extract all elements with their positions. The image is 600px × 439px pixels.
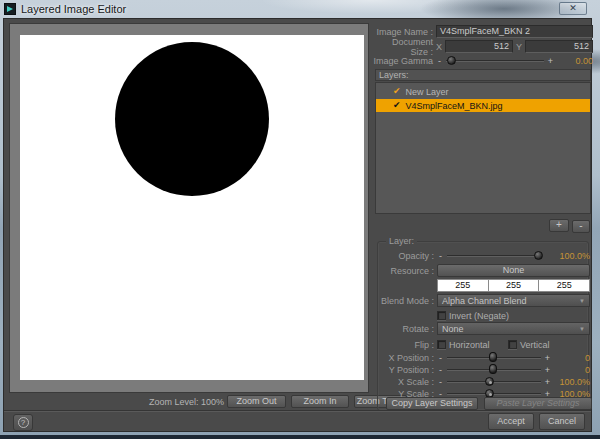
x-position-label: X Position :: [378, 353, 434, 363]
titlebar[interactable]: Layered Image Editor ✕: [0, 0, 600, 18]
resource-label: Resource :: [378, 266, 434, 276]
image-gamma-row: Image Gamma - + 0.00: [373, 54, 593, 67]
zoom-level-label: Zoom Level: 100%: [104, 397, 224, 407]
resource-row: Resource : None: [378, 264, 590, 277]
opacity-value: 100.0%: [554, 251, 590, 261]
image-gamma-label: Image Gamma: [373, 56, 433, 66]
window-bottom-edge: [0, 435, 600, 439]
help-button[interactable]: ?: [13, 414, 33, 431]
zoom-controls: Zoom Level: 100% Zoom Out Zoom In Zoom T…: [4, 395, 372, 409]
x-scale-slider[interactable]: [447, 376, 541, 387]
y-position-slider-handle[interactable]: [489, 364, 497, 374]
cancel-button[interactable]: Cancel: [539, 413, 585, 430]
y-position-value: 0: [554, 365, 590, 375]
invert-negate-checkbox[interactable]: [437, 311, 446, 320]
flip-label: Flip :: [378, 340, 434, 350]
color-blue-field[interactable]: 255: [539, 280, 589, 291]
remove-layer-button[interactable]: -: [572, 220, 590, 233]
document-size-row: Document Size : X 512 Y 512: [373, 40, 593, 53]
y-position-increment-button[interactable]: +: [544, 365, 551, 375]
dialog-content: Zoom Level: 100% Zoom Out Zoom In Zoom T…: [3, 18, 592, 432]
x-position-value: 0: [554, 353, 590, 363]
rotate-value: None: [442, 324, 464, 334]
opacity-decrement-button[interactable]: -: [437, 251, 444, 261]
blend-mode-dropdown[interactable]: Alpha Channel Blend ▼: [437, 294, 590, 307]
layer-list-item-selected[interactable]: ✔ V4SmplFaceM_BKN.jpg: [376, 99, 590, 112]
blend-mode-label: Blend Mode :: [378, 296, 434, 306]
flip-vertical-label: Vertical: [520, 340, 550, 350]
gamma-increment-button[interactable]: +: [547, 56, 554, 66]
gamma-slider-handle[interactable]: [447, 56, 456, 65]
opacity-row: Opacity : - + 100.0%: [378, 249, 590, 262]
flip-horizontal-checkbox[interactable]: [437, 340, 446, 349]
image-name-label: Image Name :: [373, 27, 433, 37]
x-scale-label: X Scale :: [378, 377, 434, 387]
add-layer-button[interactable]: +: [549, 219, 569, 232]
layer-color-row: 255 255 255: [378, 279, 590, 292]
layer-list-item[interactable]: ✔ New Layer: [376, 85, 590, 98]
layer-visibility-checkbox[interactable]: ✔: [393, 101, 401, 110]
rotate-label: Rotate :: [378, 324, 434, 334]
invert-row: Invert (Negate): [378, 309, 590, 322]
blend-mode-row: Blend Mode : Alpha Channel Blend ▼: [378, 294, 590, 307]
settings-panel: Image Name : V4SmplFaceM_BKN 2 Document …: [373, 19, 593, 433]
flip-vertical-checkbox[interactable]: [508, 340, 517, 349]
doc-x-label: X: [436, 42, 442, 52]
chevron-down-icon: ▼: [579, 326, 585, 332]
color-value-fields: 255 255 255: [437, 279, 590, 292]
image-viewport[interactable]: [9, 23, 369, 393]
question-mark-icon: ?: [18, 417, 29, 428]
layers-list[interactable]: ✔ New Layer ✔ V4SmplFaceM_BKN.jpg: [375, 82, 591, 214]
layer-name: V4SmplFaceM_BKN.jpg: [406, 101, 503, 111]
copy-layer-settings-button[interactable]: Copy Layer Settings: [386, 397, 478, 410]
chevron-down-icon: ▼: [579, 298, 585, 304]
gamma-value: 0.00: [557, 56, 593, 66]
rotate-dropdown[interactable]: None ▼: [437, 322, 590, 335]
x-position-increment-button[interactable]: +: [544, 353, 551, 363]
y-position-decrement-button[interactable]: -: [437, 365, 444, 375]
x-scale-slider-handle[interactable]: [485, 377, 494, 386]
flip-row: Flip : Horizontal Vertical: [378, 338, 590, 351]
layers-header: Layers:: [375, 69, 591, 81]
x-position-slider-handle[interactable]: [489, 352, 497, 362]
gamma-slider[interactable]: [446, 55, 544, 66]
x-position-decrement-button[interactable]: -: [437, 353, 444, 363]
layer-settings-group: Layer: Opacity : - + 100.0% Resource : N…: [377, 241, 589, 411]
color-red-field[interactable]: 255: [438, 280, 488, 291]
x-scale-increment-button[interactable]: +: [544, 377, 551, 387]
blend-mode-value: Alpha Channel Blend: [442, 296, 527, 306]
zoom-in-button[interactable]: Zoom In: [291, 395, 349, 408]
doc-y-label: Y: [516, 42, 522, 52]
x-position-slider[interactable]: [447, 352, 541, 363]
doc-height-input[interactable]: 512: [525, 40, 593, 53]
window-title: Layered Image Editor: [21, 3, 126, 15]
layer-visibility-checkbox[interactable]: ✔: [393, 87, 401, 96]
rotate-row: Rotate : None ▼: [378, 322, 590, 335]
y-position-slider[interactable]: [447, 364, 541, 375]
bottom-separator: [4, 410, 591, 412]
paste-layer-settings-button[interactable]: Paste Layer Settings: [484, 397, 592, 410]
color-green-field[interactable]: 255: [489, 280, 539, 291]
gamma-decrement-button[interactable]: -: [436, 56, 443, 66]
resource-button[interactable]: None: [437, 264, 590, 277]
image-canvas[interactable]: [20, 35, 364, 380]
image-name-input[interactable]: V4SmplFaceM_BKN 2: [436, 25, 593, 38]
doc-width-input[interactable]: 512: [445, 40, 513, 53]
layer-group-title: Layer:: [386, 236, 417, 246]
invert-negate-label: Invert (Negate): [449, 311, 509, 321]
x-scale-decrement-button[interactable]: -: [437, 377, 444, 387]
black-circle-layer: [115, 42, 269, 196]
opacity-slider-handle[interactable]: [534, 251, 543, 260]
opacity-label: Opacity :: [378, 251, 434, 261]
x-scale-value: 100.0%: [554, 377, 590, 387]
y-position-label: Y Position :: [378, 365, 434, 375]
accept-button[interactable]: Accept: [488, 413, 534, 430]
layer-name: New Layer: [406, 87, 449, 97]
opacity-slider[interactable]: [447, 250, 541, 261]
close-button[interactable]: ✕: [559, 2, 587, 15]
app-icon: [4, 3, 16, 15]
layered-image-editor-window: Layered Image Editor ✕ Zoom Level: 100% …: [0, 0, 600, 439]
zoom-out-button[interactable]: Zoom Out: [227, 395, 286, 408]
flip-horizontal-label: Horizontal: [449, 340, 505, 350]
